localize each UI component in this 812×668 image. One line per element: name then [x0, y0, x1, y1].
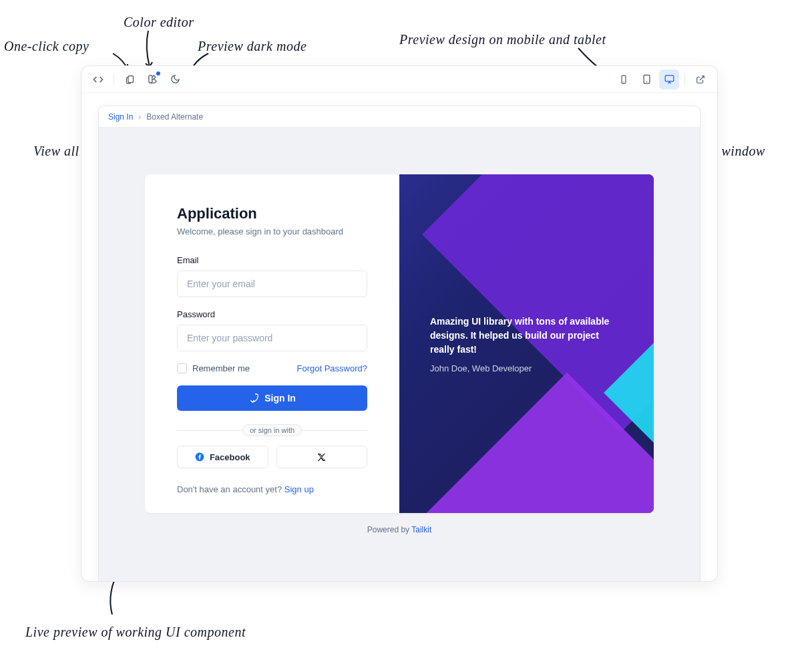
forgot-password-link[interactable]: Forgot Password?: [297, 363, 368, 373]
svg-rect-5: [665, 75, 674, 81]
moon-icon: [170, 74, 180, 84]
desktop-icon: [664, 74, 674, 84]
promo-quote: Amazing UI library with tons of availabl…: [430, 315, 623, 357]
remember-checkbox[interactable]: [177, 363, 187, 373]
mobile-icon: [619, 75, 628, 84]
breadcrumb-current: Boxed Alternate: [146, 112, 203, 122]
password-label: Password: [177, 309, 367, 319]
open-window-button[interactable]: [690, 69, 710, 90]
remember-label: Remember me: [192, 363, 250, 373]
promo-panel: Amazing UI library with tons of availabl…: [399, 174, 654, 513]
external-icon: [696, 75, 705, 84]
email-label: Email: [177, 255, 367, 265]
chevron-right-icon: ›: [138, 112, 141, 122]
footer-link[interactable]: Tailkit: [411, 525, 431, 534]
password-input[interactable]: [177, 325, 367, 351]
email-input[interactable]: [177, 271, 367, 297]
divider-text: or sign in with: [242, 424, 302, 436]
toolbar: [81, 66, 717, 93]
signin-button-label: Sign In: [264, 393, 296, 403]
desktop-preview-button[interactable]: [659, 69, 679, 90]
annotation-live: Live preview of working UI component: [25, 625, 246, 640]
copy-button[interactable]: [120, 69, 140, 90]
annotation-color: Color editor: [124, 15, 194, 30]
x-icon: [317, 453, 326, 462]
arrow-color-icon: [142, 29, 155, 69]
annotation-devices: Preview design on mobile and tablet: [399, 32, 606, 47]
code-icon: [93, 74, 104, 85]
signup-link[interactable]: Sign up: [284, 484, 314, 494]
preview-panel: Sign In › Boxed Alternate Application We…: [99, 106, 700, 581]
preview-body: Application Welcome, please sign in to y…: [99, 128, 700, 581]
clipboard-icon: [125, 74, 135, 84]
indicator-dot: [156, 71, 160, 75]
app-subtitle: Welcome, please sign in to your dashboar…: [177, 226, 367, 236]
toolbar-separator: [684, 73, 685, 86]
footer: Powered by Tailkit: [367, 525, 432, 534]
facebook-icon: [195, 452, 204, 462]
color-editor-button[interactable]: [142, 69, 162, 90]
signup-prompt: Don't have an account yet? Sign up: [177, 484, 367, 494]
tablet-preview-button[interactable]: [636, 69, 656, 90]
toolbar-separator: [114, 73, 114, 86]
swatch-icon: [148, 74, 158, 84]
app-title: Application: [177, 205, 367, 222]
arrow-enter-icon: [248, 393, 259, 403]
dark-mode-button[interactable]: [165, 69, 185, 90]
component-frame: Sign In › Boxed Alternate Application We…: [81, 66, 717, 581]
x-button[interactable]: [276, 446, 368, 468]
annotation-copy: One-click copy: [4, 39, 89, 54]
facebook-button[interactable]: Facebook: [177, 446, 268, 468]
breadcrumb: Sign In › Boxed Alternate: [99, 106, 700, 128]
mobile-preview-button[interactable]: [614, 69, 634, 90]
code-snippets-button[interactable]: [88, 69, 108, 90]
promo-author: John Doe, Web Developer: [430, 363, 623, 373]
annotation-dark: Preview dark mode: [198, 39, 307, 54]
facebook-label: Facebook: [210, 452, 250, 462]
svg-rect-1: [622, 75, 626, 84]
divider: or sign in with: [177, 424, 367, 436]
svg-line-8: [700, 75, 704, 79]
tablet-icon: [642, 74, 652, 84]
signin-form-panel: Application Welcome, please sign in to y…: [145, 174, 399, 513]
remember-me[interactable]: Remember me: [177, 363, 250, 373]
breadcrumb-root[interactable]: Sign In: [108, 112, 133, 122]
svg-rect-0: [128, 76, 134, 83]
signin-button[interactable]: Sign In: [177, 385, 367, 411]
signin-card: Application Welcome, please sign in to y…: [145, 174, 654, 513]
